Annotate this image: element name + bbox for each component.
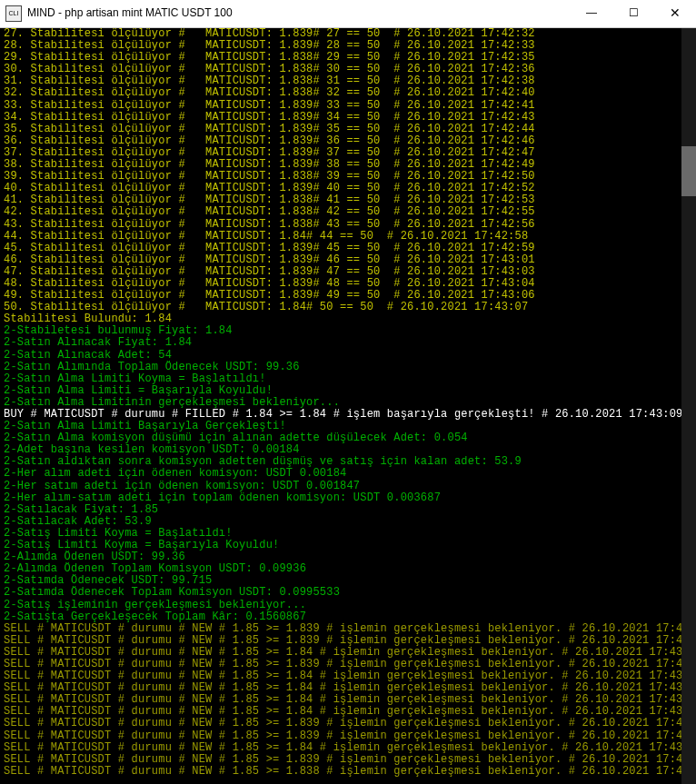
scrollbar-thumb[interactable] <box>681 146 696 196</box>
log-line-stability: 34. Stabilitesi ölçülüyor # MATICUSDT: 1… <box>4 112 692 124</box>
close-button[interactable]: ✕ <box>654 0 696 27</box>
log-line-stability: 44. Stabilitesi ölçülüyor # MATICUSDT: 1… <box>4 231 692 243</box>
log-line-stability: 32. Stabilitesi ölçülüyor # MATICUSDT: 1… <box>4 87 692 99</box>
log-line-info: 2-Satın Alma Limiti = Başarıyla Koyuldu! <box>4 385 692 397</box>
window-title: MIND - php artisan mint MATIC USDT 100 <box>27 7 233 19</box>
log-line-sell: SELL # MATICUSDT # durumu # NEW # 1.85 >… <box>4 623 692 635</box>
app-icon: CLI <box>5 5 22 22</box>
log-line-info: 2-Satış işleminin gerçekleşmesi bekleniy… <box>4 600 692 611</box>
log-line-info: 2-Satımda Ödenecek Toplam Komisyon USDT:… <box>4 587 692 599</box>
log-line-stability: 36. Stabilitesi ölçülüyor # MATICUSDT: 1… <box>4 135 692 147</box>
log-line-info: 2-Satın Alma Limiti Koyma = Başlatıldı! <box>4 373 692 385</box>
log-line-stability: 35. Stabilitesi ölçülüyor # MATICUSDT: 1… <box>4 124 692 135</box>
log-line-stability: 46. Stabilitesi ölçülüyor # MATICUSDT: 1… <box>4 254 692 266</box>
log-line-stability: 33. Stabilitesi ölçülüyor # MATICUSDT: 1… <box>4 100 692 112</box>
log-line-info: 2-Satışta Gerçekleşecek Toplam Kâr: 0.15… <box>4 611 692 623</box>
log-line-sell: SELL # MATICUSDT # durumu # NEW # 1.85 >… <box>4 766 692 778</box>
log-line-info: 2-Her satım adeti için ödenen komisyon: … <box>4 481 692 492</box>
log-line-sell: SELL # MATICUSDT # durumu # NEW # 1.85 >… <box>4 635 692 647</box>
log-line-sell: SELL # MATICUSDT # durumu # NEW # 1.85 >… <box>4 754 692 766</box>
log-line-info: 2-Satılacak Fiyat: 1.85 <box>4 504 692 516</box>
log-line-stability: 43. Stabilitesi ölçülüyor # MATICUSDT: 1… <box>4 219 692 231</box>
log-line-sell: SELL # MATICUSDT # durumu # NEW # 1.85 >… <box>4 718 692 729</box>
log-line-info: 2-Satılacak Adet: 53.9 <box>4 516 692 528</box>
log-line-sell: SELL # MATICUSDT # durumu # NEW # 1.85 >… <box>4 647 692 659</box>
maximize-button[interactable]: ☐ <box>612 0 654 27</box>
terminal-area[interactable]: 27. Stabilitesi ölçülüyor # MATICUSDT: 1… <box>0 28 696 784</box>
scrollbar-track[interactable] <box>681 28 696 784</box>
log-line-info: 2-Satın Alınacak Fiyat: 1.84 <box>4 337 692 349</box>
log-line-info: 2-Satın Alımında Toplam Ödenecek USDT: 9… <box>4 362 692 373</box>
log-line-stability: 47. Stabilitesi ölçülüyor # MATICUSDT: 1… <box>4 266 692 278</box>
log-line-info: 2-Her alım-satım adeti için toplam ödene… <box>4 492 692 504</box>
log-line-sell: SELL # MATICUSDT # durumu # NEW # 1.85 >… <box>4 730 692 742</box>
log-line-stability: 45. Stabilitesi ölçülüyor # MATICUSDT: 1… <box>4 243 692 254</box>
log-line-info: 2-Her alım adeti için ödenen komisyon: U… <box>4 468 692 480</box>
minimize-button[interactable]: — <box>571 0 612 27</box>
log-line-sell: SELL # MATICUSDT # durumu # NEW # 1.85 >… <box>4 742 692 754</box>
log-line-stability: 42. Stabilitesi ölçülüyor # MATICUSDT: 1… <box>4 206 692 218</box>
window-titlebar: CLI MIND - php artisan mint MATIC USDT 1… <box>0 0 696 28</box>
log-line-info: 2-Satın Alınacak Adet: 54 <box>4 350 692 362</box>
